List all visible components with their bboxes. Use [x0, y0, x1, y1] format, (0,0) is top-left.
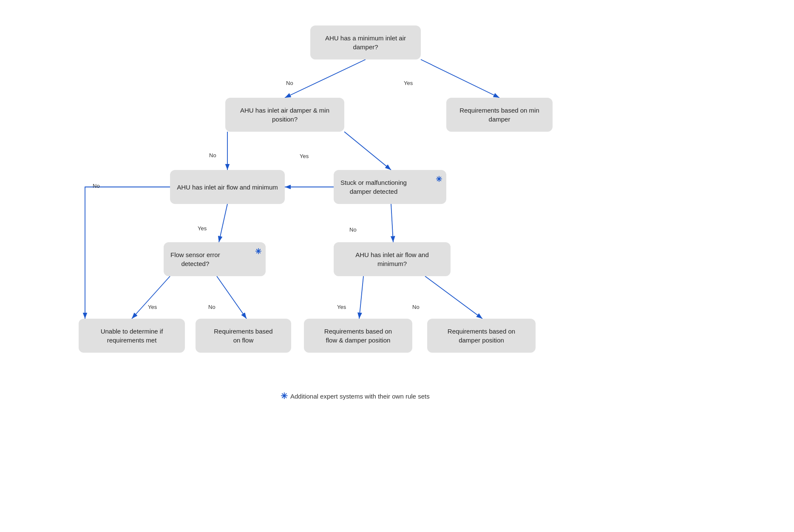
svg-line-8 [132, 276, 170, 319]
node-stuck-damper: Stuck or malfunctioningdamper detected ✳ [334, 170, 446, 204]
node-ahu-has-min-damper: AHU has a minimum inlet air damper? [310, 25, 421, 59]
label-yes-1: Yes [404, 80, 413, 86]
node-ahu-inlet-flow-min: AHU has inlet air flow and minimum [170, 170, 285, 204]
diagram-container: AHU has a minimum inlet air damper? AHU … [0, 0, 794, 532]
star-icon-flow: ✳ [255, 246, 261, 257]
svg-line-7 [391, 204, 393, 242]
label-yes-3: Yes [198, 225, 207, 232]
node-req-min-damper: Requirements based on min damper [446, 98, 553, 132]
node-ahu-inlet-flow-min2: AHU has inlet air flow and minimum? [334, 242, 451, 276]
svg-line-5 [219, 204, 227, 242]
svg-line-9 [217, 276, 247, 319]
node-ahu-inlet-damper-min: AHU has inlet air damper & min position? [225, 98, 344, 132]
svg-line-10 [359, 276, 363, 319]
label-no-left: No [93, 183, 100, 189]
svg-line-1 [285, 59, 366, 98]
label-no-1: No [286, 80, 293, 86]
footer-note: ✳ Additional expert systems with their o… [281, 391, 430, 401]
svg-line-4 [344, 132, 391, 170]
label-no-3: No [349, 226, 357, 233]
label-yes-4: Yes [148, 304, 157, 310]
label-no-4: No [208, 304, 216, 310]
node-unable-determine: Unable to determine ifrequirements met [79, 319, 185, 353]
node-flow-sensor-error: Flow sensor errordetected? ✳ [164, 242, 266, 276]
node-req-flow-damper: Requirements based onflow & damper posit… [304, 319, 412, 353]
label-yes-2: Yes [300, 153, 309, 159]
star-icon-stuck: ✳ [436, 174, 442, 185]
label-no-5: No [412, 304, 420, 310]
node-req-flow: Requirements basedon flow [196, 319, 291, 353]
label-no-2: No [209, 152, 216, 158]
node-req-damper: Requirements based ondamper position [427, 319, 536, 353]
footer-star-icon: ✳ [281, 391, 288, 401]
label-yes-5: Yes [337, 304, 346, 310]
svg-line-2 [421, 59, 499, 98]
svg-line-11 [425, 276, 482, 319]
